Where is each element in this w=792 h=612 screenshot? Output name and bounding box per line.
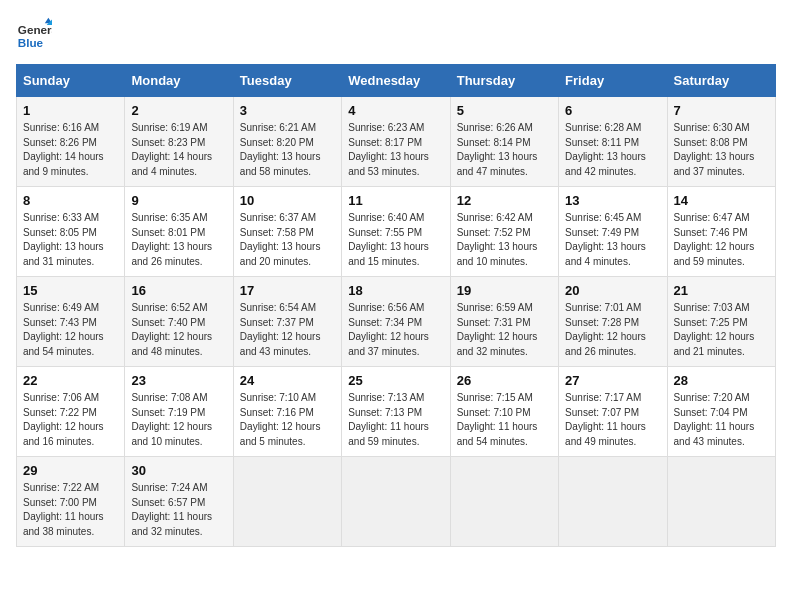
day-info: Sunrise: 7:08 AMSunset: 7:19 PMDaylight:… bbox=[131, 391, 226, 449]
page-header: General Blue bbox=[16, 16, 776, 52]
day-number: 29 bbox=[23, 463, 118, 478]
day-number: 20 bbox=[565, 283, 660, 298]
weekday-header-sunday: Sunday bbox=[17, 65, 125, 97]
svg-text:Blue: Blue bbox=[18, 36, 44, 49]
day-number: 30 bbox=[131, 463, 226, 478]
day-number: 3 bbox=[240, 103, 335, 118]
calendar-cell: 23 Sunrise: 7:08 AMSunset: 7:19 PMDaylig… bbox=[125, 367, 233, 457]
day-number: 28 bbox=[674, 373, 769, 388]
calendar-cell bbox=[667, 457, 775, 547]
day-number: 2 bbox=[131, 103, 226, 118]
calendar-cell: 5 Sunrise: 6:26 AMSunset: 8:14 PMDayligh… bbox=[450, 97, 558, 187]
day-number: 21 bbox=[674, 283, 769, 298]
day-info: Sunrise: 6:35 AMSunset: 8:01 PMDaylight:… bbox=[131, 211, 226, 269]
calendar-cell: 15 Sunrise: 6:49 AMSunset: 7:43 PMDaylig… bbox=[17, 277, 125, 367]
day-info: Sunrise: 7:13 AMSunset: 7:13 PMDaylight:… bbox=[348, 391, 443, 449]
day-number: 12 bbox=[457, 193, 552, 208]
calendar-cell bbox=[450, 457, 558, 547]
weekday-header-wednesday: Wednesday bbox=[342, 65, 450, 97]
calendar-cell: 11 Sunrise: 6:40 AMSunset: 7:55 PMDaylig… bbox=[342, 187, 450, 277]
day-info: Sunrise: 7:06 AMSunset: 7:22 PMDaylight:… bbox=[23, 391, 118, 449]
calendar-week-row: 29 Sunrise: 7:22 AMSunset: 7:00 PMDaylig… bbox=[17, 457, 776, 547]
day-info: Sunrise: 7:17 AMSunset: 7:07 PMDaylight:… bbox=[565, 391, 660, 449]
calendar-cell: 21 Sunrise: 7:03 AMSunset: 7:25 PMDaylig… bbox=[667, 277, 775, 367]
weekday-header-friday: Friday bbox=[559, 65, 667, 97]
calendar-cell: 17 Sunrise: 6:54 AMSunset: 7:37 PMDaylig… bbox=[233, 277, 341, 367]
day-info: Sunrise: 6:56 AMSunset: 7:34 PMDaylight:… bbox=[348, 301, 443, 359]
calendar-week-row: 15 Sunrise: 6:49 AMSunset: 7:43 PMDaylig… bbox=[17, 277, 776, 367]
day-info: Sunrise: 6:37 AMSunset: 7:58 PMDaylight:… bbox=[240, 211, 335, 269]
day-number: 5 bbox=[457, 103, 552, 118]
day-number: 9 bbox=[131, 193, 226, 208]
day-number: 19 bbox=[457, 283, 552, 298]
calendar-cell: 12 Sunrise: 6:42 AMSunset: 7:52 PMDaylig… bbox=[450, 187, 558, 277]
calendar-cell: 28 Sunrise: 7:20 AMSunset: 7:04 PMDaylig… bbox=[667, 367, 775, 457]
calendar-cell: 18 Sunrise: 6:56 AMSunset: 7:34 PMDaylig… bbox=[342, 277, 450, 367]
calendar-cell: 2 Sunrise: 6:19 AMSunset: 8:23 PMDayligh… bbox=[125, 97, 233, 187]
day-info: Sunrise: 6:28 AMSunset: 8:11 PMDaylight:… bbox=[565, 121, 660, 179]
calendar-cell: 19 Sunrise: 6:59 AMSunset: 7:31 PMDaylig… bbox=[450, 277, 558, 367]
calendar-cell: 26 Sunrise: 7:15 AMSunset: 7:10 PMDaylig… bbox=[450, 367, 558, 457]
day-info: Sunrise: 6:45 AMSunset: 7:49 PMDaylight:… bbox=[565, 211, 660, 269]
day-info: Sunrise: 6:16 AMSunset: 8:26 PMDaylight:… bbox=[23, 121, 118, 179]
day-info: Sunrise: 6:26 AMSunset: 8:14 PMDaylight:… bbox=[457, 121, 552, 179]
day-info: Sunrise: 6:54 AMSunset: 7:37 PMDaylight:… bbox=[240, 301, 335, 359]
day-number: 27 bbox=[565, 373, 660, 388]
day-number: 17 bbox=[240, 283, 335, 298]
day-number: 4 bbox=[348, 103, 443, 118]
day-number: 23 bbox=[131, 373, 226, 388]
calendar-cell bbox=[233, 457, 341, 547]
day-number: 11 bbox=[348, 193, 443, 208]
day-number: 13 bbox=[565, 193, 660, 208]
calendar-table: SundayMondayTuesdayWednesdayThursdayFrid… bbox=[16, 64, 776, 547]
calendar-cell: 24 Sunrise: 7:10 AMSunset: 7:16 PMDaylig… bbox=[233, 367, 341, 457]
day-info: Sunrise: 7:22 AMSunset: 7:00 PMDaylight:… bbox=[23, 481, 118, 539]
calendar-cell: 25 Sunrise: 7:13 AMSunset: 7:13 PMDaylig… bbox=[342, 367, 450, 457]
day-info: Sunrise: 6:33 AMSunset: 8:05 PMDaylight:… bbox=[23, 211, 118, 269]
day-number: 26 bbox=[457, 373, 552, 388]
calendar-cell: 1 Sunrise: 6:16 AMSunset: 8:26 PMDayligh… bbox=[17, 97, 125, 187]
calendar-cell bbox=[342, 457, 450, 547]
day-info: Sunrise: 6:52 AMSunset: 7:40 PMDaylight:… bbox=[131, 301, 226, 359]
day-number: 6 bbox=[565, 103, 660, 118]
day-number: 24 bbox=[240, 373, 335, 388]
calendar-cell: 6 Sunrise: 6:28 AMSunset: 8:11 PMDayligh… bbox=[559, 97, 667, 187]
day-info: Sunrise: 6:19 AMSunset: 8:23 PMDaylight:… bbox=[131, 121, 226, 179]
day-info: Sunrise: 6:47 AMSunset: 7:46 PMDaylight:… bbox=[674, 211, 769, 269]
day-info: Sunrise: 6:40 AMSunset: 7:55 PMDaylight:… bbox=[348, 211, 443, 269]
day-number: 10 bbox=[240, 193, 335, 208]
day-info: Sunrise: 6:30 AMSunset: 8:08 PMDaylight:… bbox=[674, 121, 769, 179]
calendar-cell: 13 Sunrise: 6:45 AMSunset: 7:49 PMDaylig… bbox=[559, 187, 667, 277]
calendar-cell: 3 Sunrise: 6:21 AMSunset: 8:20 PMDayligh… bbox=[233, 97, 341, 187]
weekday-header-saturday: Saturday bbox=[667, 65, 775, 97]
day-info: Sunrise: 6:49 AMSunset: 7:43 PMDaylight:… bbox=[23, 301, 118, 359]
calendar-cell: 14 Sunrise: 6:47 AMSunset: 7:46 PMDaylig… bbox=[667, 187, 775, 277]
calendar-cell bbox=[559, 457, 667, 547]
calendar-cell: 8 Sunrise: 6:33 AMSunset: 8:05 PMDayligh… bbox=[17, 187, 125, 277]
day-number: 18 bbox=[348, 283, 443, 298]
calendar-cell: 20 Sunrise: 7:01 AMSunset: 7:28 PMDaylig… bbox=[559, 277, 667, 367]
day-number: 1 bbox=[23, 103, 118, 118]
weekday-header-tuesday: Tuesday bbox=[233, 65, 341, 97]
day-number: 25 bbox=[348, 373, 443, 388]
calendar-week-row: 8 Sunrise: 6:33 AMSunset: 8:05 PMDayligh… bbox=[17, 187, 776, 277]
calendar-cell: 16 Sunrise: 6:52 AMSunset: 7:40 PMDaylig… bbox=[125, 277, 233, 367]
day-info: Sunrise: 7:03 AMSunset: 7:25 PMDaylight:… bbox=[674, 301, 769, 359]
logo-icon: General Blue bbox=[16, 16, 52, 52]
day-number: 22 bbox=[23, 373, 118, 388]
day-number: 14 bbox=[674, 193, 769, 208]
day-info: Sunrise: 6:23 AMSunset: 8:17 PMDaylight:… bbox=[348, 121, 443, 179]
calendar-cell: 9 Sunrise: 6:35 AMSunset: 8:01 PMDayligh… bbox=[125, 187, 233, 277]
logo: General Blue bbox=[16, 16, 56, 52]
calendar-week-row: 22 Sunrise: 7:06 AMSunset: 7:22 PMDaylig… bbox=[17, 367, 776, 457]
calendar-cell: 27 Sunrise: 7:17 AMSunset: 7:07 PMDaylig… bbox=[559, 367, 667, 457]
calendar-cell: 7 Sunrise: 6:30 AMSunset: 8:08 PMDayligh… bbox=[667, 97, 775, 187]
calendar-cell: 10 Sunrise: 6:37 AMSunset: 7:58 PMDaylig… bbox=[233, 187, 341, 277]
day-number: 8 bbox=[23, 193, 118, 208]
day-number: 7 bbox=[674, 103, 769, 118]
day-number: 16 bbox=[131, 283, 226, 298]
day-info: Sunrise: 7:24 AMSunset: 6:57 PMDaylight:… bbox=[131, 481, 226, 539]
calendar-week-row: 1 Sunrise: 6:16 AMSunset: 8:26 PMDayligh… bbox=[17, 97, 776, 187]
weekday-header-thursday: Thursday bbox=[450, 65, 558, 97]
day-number: 15 bbox=[23, 283, 118, 298]
